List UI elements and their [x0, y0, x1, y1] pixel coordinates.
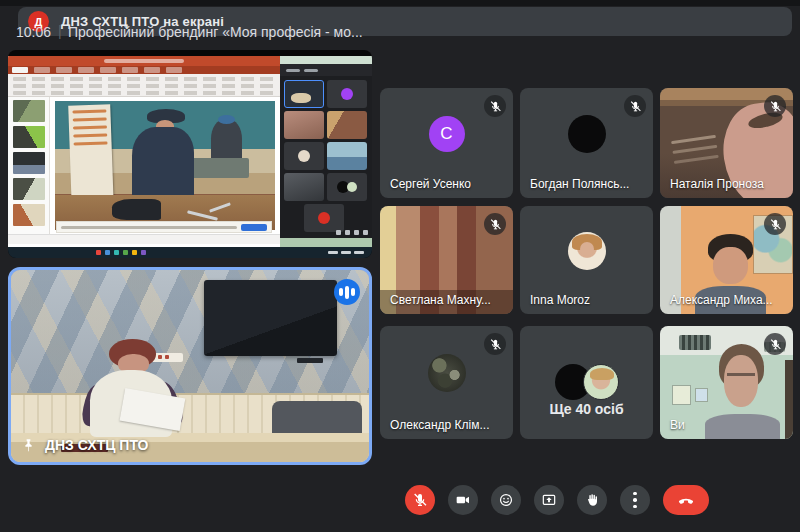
current-slide — [50, 97, 280, 234]
participant-name: Ви — [670, 418, 685, 432]
participant-tile-sergey-usenko[interactable]: C Сергей Усенко — [380, 88, 513, 198]
worldskills-banner — [69, 104, 114, 209]
powerpoint-statusbar — [8, 234, 280, 244]
screen-share-tile[interactable] — [8, 50, 372, 258]
present-screen-button[interactable] — [534, 485, 564, 515]
participant-tile-alexandr[interactable]: Александр Миха... — [660, 206, 793, 314]
raise-hand-button[interactable] — [577, 485, 607, 515]
participant-tile-you[interactable]: Ви — [660, 326, 793, 439]
end-call-icon — [677, 491, 695, 509]
participant-tile-oleksandr[interactable]: Олександр Клім... — [380, 326, 513, 439]
workshop-photo — [55, 101, 275, 230]
participant-tile-natalia[interactable]: Наталія Проноза — [660, 88, 793, 198]
camera-button[interactable] — [448, 485, 478, 515]
wall-tv — [204, 280, 336, 357]
mic-off-icon — [764, 333, 786, 355]
more-options-button[interactable] — [620, 485, 650, 515]
participant-name: Наталія Проноза — [670, 177, 764, 191]
avatar — [428, 354, 466, 392]
more-options-icon — [633, 492, 637, 509]
shared-windows-taskbar — [8, 247, 372, 258]
avatar: C — [429, 116, 465, 152]
call-controls — [405, 485, 709, 515]
smiley-icon — [498, 492, 514, 508]
shared-meet-window — [280, 56, 372, 247]
mic-off-icon — [764, 213, 786, 235]
participant-tile-bogdan[interactable]: Богдан Полянсь... — [520, 88, 653, 198]
mic-off-icon — [412, 492, 428, 508]
divider: | — [58, 23, 62, 39]
meeting-title: Професійний брендинг «Моя професія - мо.… — [68, 24, 363, 40]
reactions-button[interactable] — [491, 485, 521, 515]
avatar — [568, 115, 606, 153]
more-participants-label: Ще 40 осіб — [520, 401, 653, 417]
powerpoint-ribbon — [8, 74, 280, 97]
pin-icon — [21, 438, 36, 453]
overflow-avatars — [555, 364, 619, 400]
active-speaker-tile[interactable]: ДНЗ СХТЦ ПТО — [8, 267, 372, 465]
participant-name: Богдан Полянсь... — [530, 177, 629, 191]
powerpoint-notification-bar — [56, 221, 272, 233]
mic-off-icon — [624, 95, 646, 117]
microphone-off-button[interactable] — [405, 485, 435, 515]
top-strip — [0, 0, 800, 6]
speaker-name-label: ДНЗ СХТЦ ПТО — [45, 437, 148, 453]
clock-time: 10:06 — [16, 24, 51, 40]
hand-icon — [584, 492, 600, 508]
avatar — [568, 232, 606, 270]
more-participants-tile[interactable]: Ще 40 осіб — [520, 326, 653, 439]
participant-tile-inna-moroz[interactable]: Inna Moroz — [520, 206, 653, 314]
slide-thumbnails-panel — [8, 97, 50, 234]
mic-off-icon — [484, 333, 506, 355]
participant-name: Александр Миха... — [670, 293, 773, 307]
participant-tile-svetlana[interactable]: Светлана Махну... — [380, 206, 513, 314]
participant-name: Олександр Клім... — [390, 418, 489, 432]
speaking-indicator-icon — [334, 279, 360, 305]
participant-name: Светлана Махну... — [390, 293, 491, 307]
powerpoint-ribbon-tabs — [8, 66, 280, 74]
present-icon — [541, 492, 557, 508]
powerpoint-titlebar — [8, 56, 280, 66]
participant-name: Inna Moroz — [530, 293, 590, 307]
mic-off-icon — [484, 95, 506, 117]
mic-off-icon — [484, 213, 506, 235]
participant-name: Сергей Усенко — [390, 177, 471, 191]
mic-off-icon — [764, 95, 786, 117]
shared-presentation-window — [8, 56, 280, 247]
end-call-button[interactable] — [663, 485, 709, 515]
camera-icon — [455, 492, 471, 508]
